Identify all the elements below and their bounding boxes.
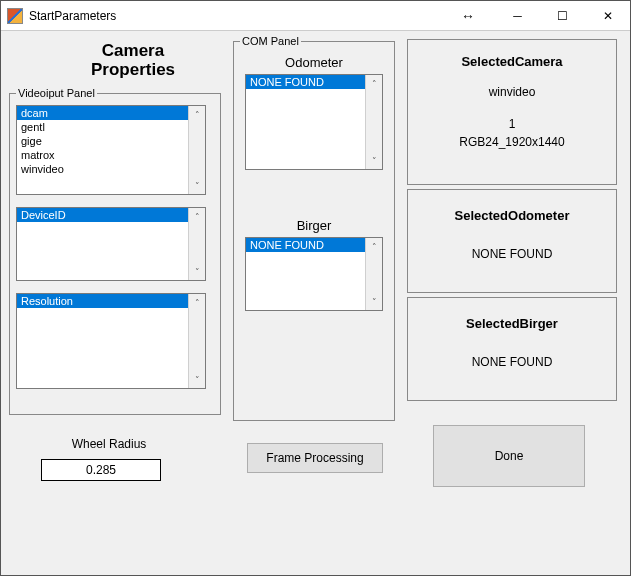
selected-birger-card: SelectedBirger NONE FOUND [407, 297, 617, 401]
list-item[interactable]: NONE FOUND [246, 238, 365, 252]
app-icon [7, 8, 23, 24]
scroll-down-icon[interactable]: ˅ [189, 177, 205, 194]
selected-odometer-title: SelectedOdometer [416, 208, 608, 223]
selected-camera-format: RGB24_1920x1440 [416, 135, 608, 149]
resize-grip-icon[interactable]: ↔ [461, 8, 475, 24]
resolution-listbox[interactable]: Resolution ˄ ˅ [16, 293, 206, 389]
birger-label: Birger [240, 218, 388, 233]
scrollbar[interactable]: ˄ ˅ [365, 238, 382, 310]
com-legend: COM Panel [240, 35, 301, 47]
selected-birger-value: NONE FOUND [416, 355, 608, 369]
selected-camera-title: SelectedCamera [416, 54, 608, 69]
titlebar: StartParameters ↔ ─ ☐ ✕ [1, 1, 630, 31]
scroll-up-icon[interactable]: ˄ [366, 75, 382, 92]
selected-odometer-card: SelectedOdometer NONE FOUND [407, 189, 617, 293]
close-button[interactable]: ✕ [585, 1, 630, 31]
selected-camera-device: 1 [416, 117, 608, 131]
selected-camera-adaptor: winvideo [416, 85, 608, 99]
window-title: StartParameters [29, 9, 116, 23]
list-item[interactable]: Resolution [17, 294, 188, 308]
minimize-button[interactable]: ─ [495, 1, 540, 31]
list-item[interactable]: gige [17, 134, 188, 148]
scrollbar[interactable]: ˄ ˅ [188, 106, 205, 194]
odometer-label: Odometer [240, 55, 388, 70]
videoinput-panel: Videoiput Panel dcam gentl gige matrox w… [9, 87, 221, 415]
adaptor-listbox[interactable]: dcam gentl gige matrox winvideo ˄ ˅ [16, 105, 206, 195]
birger-listbox[interactable]: NONE FOUND ˄ ˅ [245, 237, 383, 311]
list-item[interactable]: DeviceID [17, 208, 188, 222]
scroll-up-icon[interactable]: ˄ [189, 294, 205, 311]
scroll-up-icon[interactable]: ˄ [366, 238, 382, 255]
scroll-up-icon[interactable]: ˄ [189, 106, 205, 123]
scroll-down-icon[interactable]: ˅ [366, 293, 382, 310]
scroll-down-icon[interactable]: ˅ [189, 263, 205, 280]
frame-processing-button[interactable]: Frame Processing [247, 443, 383, 473]
wheel-radius-label: Wheel Radius [49, 437, 169, 451]
wheel-radius-input[interactable] [41, 459, 161, 481]
page-title: Camera Properties [63, 41, 203, 79]
com-panel: COM Panel Odometer NONE FOUND ˄ ˅ Birger… [233, 35, 395, 421]
scroll-down-icon[interactable]: ˅ [189, 371, 205, 388]
odometer-listbox[interactable]: NONE FOUND ˄ ˅ [245, 74, 383, 170]
deviceid-listbox[interactable]: DeviceID ˄ ˅ [16, 207, 206, 281]
maximize-button[interactable]: ☐ [540, 1, 585, 31]
scroll-up-icon[interactable]: ˄ [189, 208, 205, 225]
scrollbar[interactable]: ˄ ˅ [365, 75, 382, 169]
scrollbar[interactable]: ˄ ˅ [188, 208, 205, 280]
list-item[interactable]: gentl [17, 120, 188, 134]
done-button[interactable]: Done [433, 425, 585, 487]
list-item[interactable]: winvideo [17, 162, 188, 176]
scroll-down-icon[interactable]: ˅ [366, 152, 382, 169]
list-item[interactable]: NONE FOUND [246, 75, 365, 89]
selected-odometer-value: NONE FOUND [416, 247, 608, 261]
selected-camera-card: SelectedCamera winvideo 1 RGB24_1920x144… [407, 39, 617, 185]
list-item[interactable]: matrox [17, 148, 188, 162]
list-item[interactable]: dcam [17, 106, 188, 120]
selected-birger-title: SelectedBirger [416, 316, 608, 331]
scrollbar[interactable]: ˄ ˅ [188, 294, 205, 388]
videoinput-legend: Videoiput Panel [16, 87, 97, 99]
